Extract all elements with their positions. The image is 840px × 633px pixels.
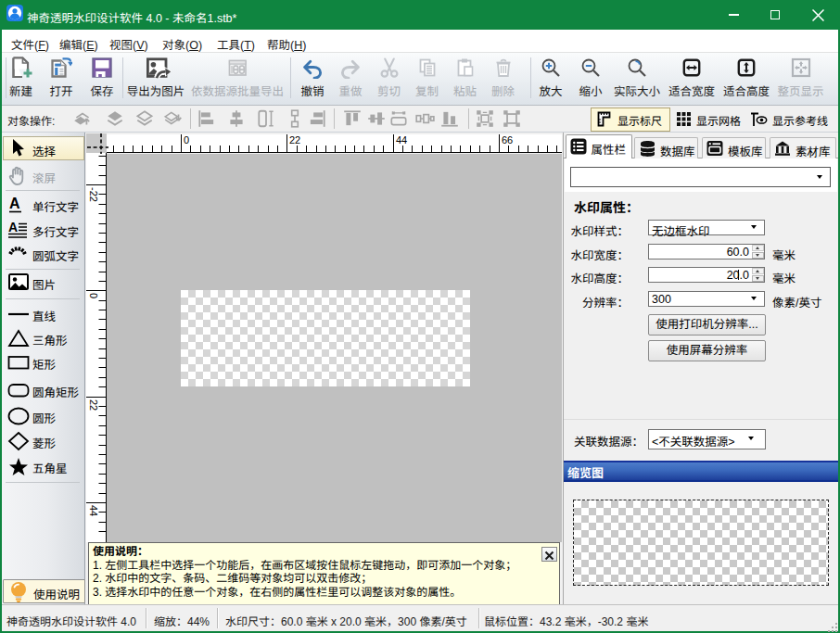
svg-text:A: A (8, 220, 18, 234)
svg-text:A: A (9, 196, 20, 211)
